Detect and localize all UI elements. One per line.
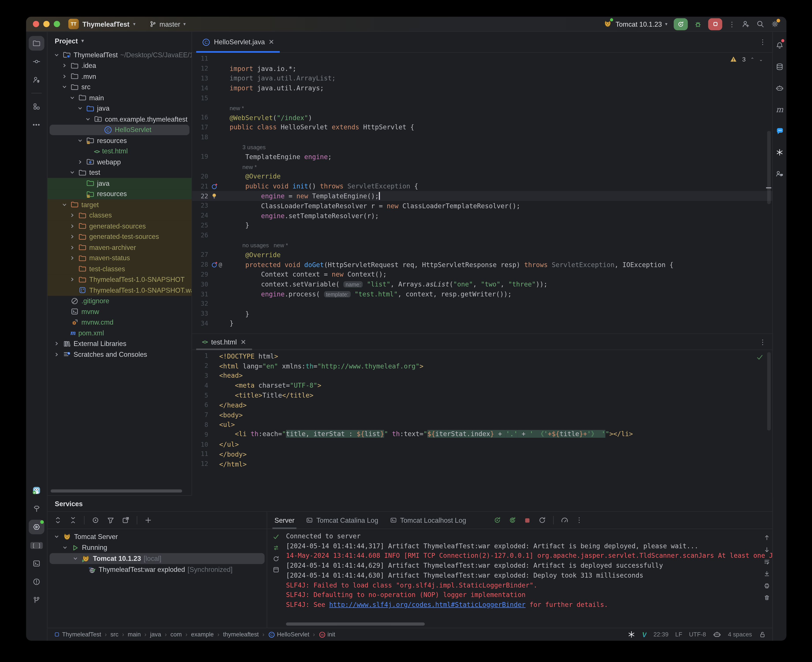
code-line-25[interactable]: 25 }	[192, 220, 772, 230]
console-tab-tomcat-localhost-log[interactable]: Tomcat Localhost Log	[390, 512, 466, 529]
console-link[interactable]: http://www.slf4j.org/codes.html#StaticLo…	[329, 601, 526, 609]
profiler-gauge-icon[interactable]	[561, 516, 569, 524]
v-plugin-icon[interactable]: V	[642, 630, 647, 638]
soft-wrap-icon[interactable]	[764, 558, 770, 565]
breadcrumb-item-main[interactable]: main	[128, 631, 141, 638]
problems-tool-button[interactable]	[29, 575, 44, 589]
code-line-11[interactable]: 11	[192, 54, 772, 64]
code-line-32[interactable]: 32	[192, 299, 772, 309]
chevron-down-icon[interactable]	[53, 534, 60, 540]
breadcrumb-item-java[interactable]: java	[150, 631, 161, 638]
tree-item-target[interactable]: target	[47, 199, 191, 210]
tree-item-java[interactable]: java	[47, 103, 191, 114]
tree-item-maven-status[interactable]: maven-status	[47, 253, 191, 264]
terminal-tool-button[interactable]	[29, 556, 44, 571]
code-line-7[interactable]: 7<body>	[192, 410, 772, 420]
breadcrumb-item-thymeleaftest[interactable]: thymeleaftest	[223, 631, 259, 638]
code-line-20[interactable]: 20 @Override	[192, 172, 772, 182]
bulb-gutter-icon[interactable]	[211, 193, 225, 199]
openai-icon[interactable]	[627, 630, 635, 639]
code-line-10[interactable]: 10</ul>	[192, 439, 772, 449]
plugin-owl-tool-button[interactable]	[29, 483, 44, 498]
tree-item-thymeleaftest-1-0-snapshot-war[interactable]: ThymeleafTest-1.0-SNAPSHOT.war	[47, 285, 191, 296]
chevron-down-icon[interactable]	[53, 52, 60, 58]
chevron-right-icon[interactable]	[61, 63, 68, 69]
code-line-27[interactable]: 27 @Override	[192, 250, 772, 260]
encoding-indicator[interactable]: UTF-8	[689, 631, 706, 638]
code-line-14[interactable]: 14import java.util.Arrays;	[192, 83, 772, 93]
prev-warning-icon[interactable]: ⌃	[750, 57, 754, 62]
minimize-window-button[interactable]	[43, 21, 50, 27]
build-tool-button[interactable]	[29, 501, 44, 516]
filter-icon[interactable]	[106, 516, 115, 524]
chevron-down-icon[interactable]	[68, 170, 76, 175]
breadcrumb[interactable]: ThymeleafTest›src›main›java›com›example›…	[54, 631, 335, 638]
line-ending-indicator[interactable]: LF	[675, 631, 682, 638]
group-by-icon[interactable]	[91, 516, 100, 524]
commit-tool-button[interactable]	[29, 54, 44, 69]
open-in-new-tab-icon[interactable]	[122, 516, 130, 524]
tab-test-html[interactable]: <> test.html ✕	[196, 334, 252, 350]
tree-item-running[interactable]: Running	[47, 542, 267, 553]
tree-item-tomcat-10-1-23[interactable]: Tomcat 10.1.23 [local]	[50, 553, 264, 564]
project-tool-button[interactable]	[29, 36, 44, 50]
brackets-tool-button[interactable]: [ ]	[29, 538, 44, 553]
tree-item-external-libraries[interactable]: External Libraries	[47, 338, 191, 349]
code-line-1[interactable]: 1<!DOCTYPE html>	[192, 351, 772, 361]
tree-item-generated-sources[interactable]: generated-sources	[47, 220, 191, 231]
zoom-window-button[interactable]	[54, 21, 60, 27]
breadcrumb-item-src[interactable]: src	[111, 631, 118, 638]
inspection-widget[interactable]: 3 ⌃ ⌄	[730, 55, 763, 63]
console-output[interactable]: Connected to server[2024-05-14 01:41:44,…	[267, 529, 772, 628]
code-line-23[interactable]: 23 ClassLoaderTemplateResolver r = new C…	[192, 201, 772, 210]
tree-item-helloservlet[interactable]: C HelloServlet	[50, 125, 190, 135]
ai-robot-tool-button[interactable]	[773, 81, 786, 95]
code-line-28[interactable]: 28@ protected void doGet(HttpServletRequ…	[192, 260, 772, 270]
scroll-down-icon[interactable]	[764, 546, 770, 553]
code-line-34[interactable]: 34}	[192, 318, 772, 328]
openai-tool-button[interactable]	[773, 145, 786, 159]
rerun-server-icon[interactable]	[493, 516, 502, 524]
vertical-scrollbar[interactable]	[767, 352, 771, 431]
services-tool-button[interactable]	[29, 520, 44, 534]
chevron-right-icon[interactable]	[68, 234, 76, 239]
swap-arrows-icon[interactable]	[272, 544, 280, 551]
code-line-33[interactable]: 33 }	[192, 309, 772, 319]
refresh-icon[interactable]	[538, 516, 547, 524]
tree-item-scratches-and-consoles[interactable]: Scratches and Consoles	[47, 349, 191, 360]
chevron-right-icon[interactable]	[68, 212, 76, 218]
maven-tool-button[interactable]: m	[773, 102, 786, 117]
settings-button[interactable]	[771, 20, 779, 28]
close-window-button[interactable]	[33, 21, 39, 27]
tree-item-webapp[interactable]: webapp	[47, 156, 191, 167]
breadcrumb-item-com[interactable]: com	[170, 631, 182, 638]
code-line-6[interactable]: 6</head>	[192, 400, 772, 410]
window-controls[interactable]	[33, 21, 60, 27]
tree-item--mvn[interactable]: .mvn	[47, 71, 191, 82]
chevron-right-icon[interactable]	[53, 341, 60, 347]
chevron-right-icon[interactable]	[68, 223, 76, 229]
stop-server-icon[interactable]	[524, 516, 531, 524]
code-line-22[interactable]: 22 engine = new TemplateEngine();	[192, 191, 772, 201]
code-line-4[interactable]: 4 <meta charset="UTF-8">	[192, 381, 772, 390]
inspection-ok-icon[interactable]	[756, 353, 764, 364]
tree-item-mvnw[interactable]: mvnw	[47, 306, 191, 317]
console-tab-tomcat-catalina-log[interactable]: Tomcat Catalina Log	[306, 512, 378, 529]
code-with-me-button[interactable]	[741, 20, 750, 28]
java-editor[interactable]: 3 ⌃ ⌄ 1112import java.io.*;13import java…	[192, 53, 772, 333]
vcs-branch-widget[interactable]: master ▾	[149, 20, 186, 28]
more-tools-button[interactable]: •••	[29, 117, 44, 132]
tree-item-mvnw-cmd[interactable]: mvnw.cmd	[47, 317, 191, 328]
tree-item-thymeleaftest[interactable]: ThymeleafTest ~/Desktop/CS/JavaEE/1 Jav	[47, 50, 191, 60]
add-service-icon[interactable]	[144, 516, 152, 524]
chevron-down-icon[interactable]	[61, 545, 68, 551]
chevron-down-icon[interactable]	[61, 202, 68, 207]
tree-item-main[interactable]: main	[47, 92, 191, 103]
tree-item-test-html[interactable]: <> test.html	[47, 146, 191, 157]
code-line-29[interactable]: 29 Context context = new Context();	[192, 270, 772, 280]
horizontal-scrollbar[interactable]	[286, 623, 425, 626]
tree-item-thymeleaftest-war-exploded[interactable]: ThymeleafTest:war exploded [Synchronized…	[47, 564, 267, 575]
tree-item-thymeleaftest-1-0-snapshot[interactable]: ThymeleafTest-1.0-SNAPSHOT	[47, 274, 191, 285]
chevron-right-icon[interactable]	[68, 244, 76, 250]
chevron-down-icon[interactable]	[76, 138, 84, 143]
